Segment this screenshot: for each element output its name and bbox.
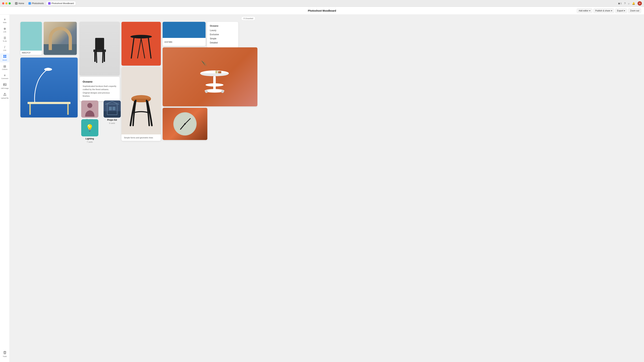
side-table-card[interactable] (162, 47, 258, 106)
red-table-svg (127, 26, 156, 62)
lamp-svg (24, 59, 74, 116)
props-list-card[interactable]: Props list 6 cards (102, 100, 122, 124)
color-name-exclusive: Exclusive (210, 33, 236, 36)
props-image-svg (104, 100, 121, 118)
note-icon: ≡ (4, 18, 6, 21)
tab-home-label: Home (18, 2, 24, 5)
line-icon: / (4, 45, 5, 49)
stool-description: Simple forms and geometric lines (122, 134, 161, 141)
props-label: Props list (107, 119, 117, 121)
lighting-bulb-icon: 💡 (86, 124, 94, 132)
color-name-luxury: Luxury (210, 29, 236, 32)
stool-card[interactable]: Simple forms and geometric lines (122, 67, 161, 141)
sidebar-comment-label: Comment (1, 78, 8, 79)
svg-rect-32 (216, 71, 218, 73)
blue-hex-label: #2474B6 (164, 41, 172, 43)
color-swatch-teal-card[interactable]: #8ACFCF (20, 22, 42, 55)
lighting-card[interactable]: 💡 Lighting 7 cards (80, 119, 100, 143)
models-thumb-image (81, 100, 98, 118)
models-person-svg (81, 100, 98, 118)
lighting-thumbnail: 💡 (81, 119, 98, 136)
close-button[interactable] (2, 2, 4, 4)
svg-point-30 (206, 83, 224, 86)
svg-point-28 (205, 90, 208, 93)
upload-icon (3, 93, 6, 97)
sidebar-item-link[interactable]: ⊕ Link (0, 25, 10, 34)
traffic-lights (2, 2, 11, 4)
sidebar-line-label: Line (3, 49, 6, 51)
side-table-image (162, 47, 258, 106)
svg-rect-31 (218, 71, 221, 73)
sidebar-todo-label: To-do (3, 40, 7, 42)
blue-swatch-color (162, 22, 206, 38)
sidebar-link-label: Link (3, 31, 6, 33)
svg-point-29 (221, 90, 224, 93)
sidebar-item-column[interactable]: ▤ Column (0, 63, 10, 72)
clock-image (162, 108, 207, 140)
canvas: 0 Unsorted #8ACFCF (10, 15, 258, 145)
props-thumb-image (104, 100, 121, 118)
svg-rect-14 (29, 104, 31, 115)
arch-image (44, 22, 77, 55)
unsorted-label: 0 Unsorted (244, 17, 253, 19)
svg-rect-9 (104, 52, 105, 62)
tab-moodboard-label: Photoshoot Moodboard (52, 2, 74, 5)
wooden-arch-card[interactable] (44, 22, 77, 55)
sidebar-item-note[interactable]: ≡ Note (0, 16, 10, 25)
chair-card[interactable] (80, 22, 120, 75)
svg-rect-2 (4, 56, 5, 58)
maximize-button[interactable] (8, 2, 11, 4)
clock-card[interactable] (162, 108, 207, 140)
add-image-icon (3, 83, 6, 87)
svg-point-18 (87, 103, 92, 108)
props-count: 6 cards (109, 122, 115, 124)
teal-hex-label: #8ACFCF (20, 51, 42, 55)
sidebar-item-line[interactable]: / Line (0, 44, 10, 52)
sidebar-add-image-label: Add Image (1, 87, 9, 89)
tab-moodboard[interactable]: Photoshoot Moodboard (46, 1, 76, 5)
clock-svg (167, 110, 203, 138)
oceano-text-card[interactable]: Oceano Sophisticated furniture that's ex… (80, 77, 120, 101)
lighting-label: Lighting (86, 137, 94, 140)
stool-image: Simple forms and geometric lines (122, 67, 161, 141)
sidebar-item-todo[interactable]: ☰ To-do (0, 35, 10, 43)
svg-rect-7 (94, 49, 106, 52)
chair-svg (89, 32, 110, 65)
side-table-svg (179, 52, 241, 102)
minimize-button[interactable] (5, 2, 8, 4)
models-thumbnail (81, 100, 98, 118)
oceano-description: Sophisticated furniture that's expertly … (83, 84, 116, 98)
svg-point-37 (184, 123, 186, 125)
tab-home[interactable]: H Home (13, 1, 26, 5)
home-icon: H (15, 2, 18, 5)
color-names-card[interactable]: Oceano Luxury Exclusive Simple Detailed (207, 22, 238, 48)
app-header: Photoshoot Moodboard Add editor ▾ Publis… (0, 7, 258, 15)
red-table-card[interactable] (122, 22, 161, 66)
tab-photoshoots[interactable]: Photoshoots (27, 1, 46, 5)
svg-rect-3 (5, 56, 6, 58)
oceano-title: Oceano (83, 80, 116, 83)
svg-rect-0 (4, 55, 5, 56)
color-name-detailed: Detailed (210, 41, 236, 44)
svg-rect-20 (104, 111, 121, 118)
lamp-card[interactable] (20, 57, 78, 117)
titlebar: H Home Photoshoots Photoshoot Moodboard … (0, 0, 258, 7)
stool-svg (125, 77, 157, 131)
sidebar-item-add-image[interactable]: Add Image (0, 81, 10, 91)
column-icon: ▤ (4, 64, 6, 68)
svg-rect-22 (109, 107, 112, 110)
svg-rect-1 (5, 55, 6, 56)
svg-rect-8 (94, 52, 96, 62)
color-name-simple: Simple (210, 37, 236, 40)
svg-rect-23 (112, 107, 116, 110)
blue-swatch-card[interactable]: #2474B6 (162, 22, 206, 46)
sidebar: ≡ Note ⊕ Link ☰ To-do / Line Board ▤ Col… (0, 15, 10, 145)
lamp-image (20, 57, 78, 117)
board-icon (3, 55, 6, 59)
props-thumbnail (104, 100, 121, 118)
color-name-oceano: Oceano (210, 24, 236, 27)
sidebar-item-upload[interactable]: Upload file (0, 91, 10, 100)
sidebar-item-comment[interactable]: ≡ Comment (0, 72, 10, 81)
unsorted-badge: 0 Unsorted (241, 16, 256, 20)
sidebar-item-board[interactable]: Board (0, 53, 10, 62)
